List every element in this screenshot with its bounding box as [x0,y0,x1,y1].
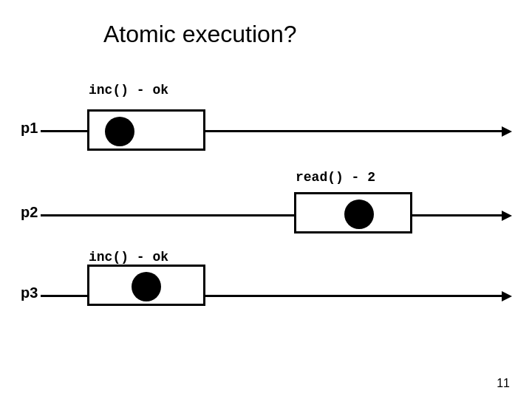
page-number: 11 [497,377,510,390]
p2-op-circle [344,200,374,229]
p2-op-label: read() - 2 [296,170,375,185]
page-title: Atomic execution? [103,21,296,48]
p3-op-label: inc() - ok [89,250,168,265]
p3-label: p3 [21,284,38,301]
row-p3: p3 inc() - ok [0,0,532,399]
p1-timeline [41,130,512,132]
p2-op-box [294,192,412,233]
p1-op-circle [105,117,134,146]
p2-timeline [41,214,512,216]
p1-op-label: inc() - ok [89,83,168,98]
p3-op-box [87,265,205,306]
row-p2: p2 read() - 2 [0,0,532,399]
row-p1: p1 inc() - ok [0,0,532,399]
p1-op-box [87,109,205,151]
p3-timeline [41,295,512,297]
p2-label: p2 [21,204,38,221]
p1-label: p1 [21,120,38,137]
p3-op-circle [132,272,161,301]
